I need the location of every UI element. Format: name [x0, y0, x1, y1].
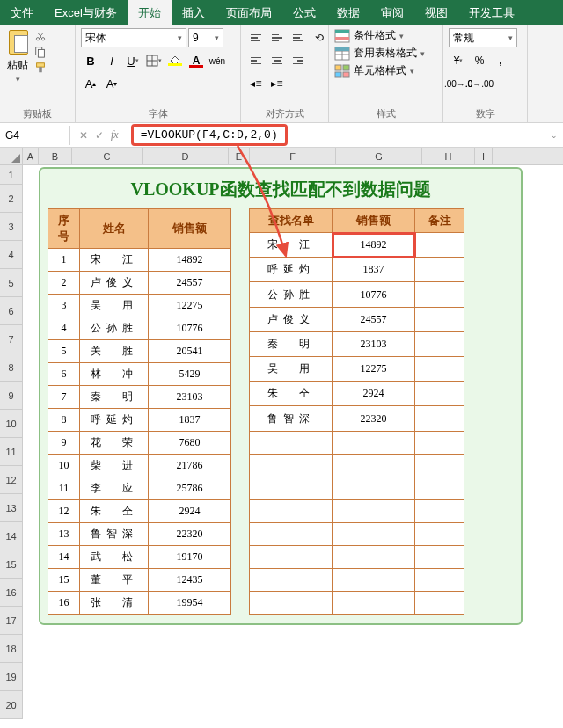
table-cell[interactable]: 16: [48, 592, 80, 615]
table-cell[interactable]: [415, 477, 464, 499]
col-header[interactable]: B: [39, 148, 72, 164]
row-header[interactable]: 8: [0, 353, 23, 382]
table-cell[interactable]: [415, 307, 464, 331]
row-header[interactable]: 7: [0, 325, 23, 353]
col-header[interactable]: G: [336, 148, 422, 164]
table-cell[interactable]: [250, 545, 333, 568]
table-cell[interactable]: [333, 454, 415, 477]
table-cell[interactable]: 5429: [149, 363, 231, 386]
table-cell[interactable]: [415, 431, 464, 454]
table-format-button[interactable]: 套用表格格式▾: [334, 46, 425, 61]
table-cell[interactable]: 2924: [149, 500, 231, 523]
table-cell[interactable]: 公孙胜: [250, 282, 333, 307]
table-cell[interactable]: 11: [48, 477, 80, 500]
table-cell[interactable]: 1837: [149, 409, 231, 432]
row-header[interactable]: 5: [0, 269, 23, 297]
percent-icon[interactable]: %: [470, 51, 489, 70]
table-cell[interactable]: 1: [48, 249, 80, 272]
conditional-format-button[interactable]: 条件格式▾: [334, 28, 425, 43]
row-header[interactable]: 6: [0, 297, 23, 325]
table-cell[interactable]: 14892: [149, 249, 231, 272]
increase-indent-icon[interactable]: ▸≡: [267, 74, 287, 93]
col-header[interactable]: E: [229, 148, 250, 164]
table-cell[interactable]: 朱 仝: [80, 500, 149, 523]
table-cell[interactable]: 10776: [333, 282, 415, 307]
table-cell[interactable]: 2924: [333, 382, 415, 406]
table-cell[interactable]: 23103: [333, 331, 415, 356]
table-cell[interactable]: 张 清: [80, 592, 149, 615]
col-header[interactable]: F: [250, 148, 336, 164]
table-cell[interactable]: 卢俊义: [250, 307, 333, 331]
table-cell[interactable]: 15: [48, 569, 80, 592]
table-cell[interactable]: 12275: [149, 295, 231, 317]
table-cell[interactable]: [333, 431, 415, 454]
table-cell[interactable]: [250, 431, 333, 454]
decrease-indent-icon[interactable]: ◂≡: [246, 74, 266, 93]
table-cell[interactable]: [415, 406, 464, 431]
decrease-decimal-icon[interactable]: .0→.00: [470, 74, 489, 93]
table-cell[interactable]: [415, 331, 464, 356]
table-cell[interactable]: [333, 522, 415, 545]
underline-button[interactable]: U▾: [123, 51, 143, 70]
align-left-icon[interactable]: [246, 51, 266, 70]
comma-icon[interactable]: ,: [491, 51, 510, 70]
table-cell[interactable]: 14: [48, 546, 80, 569]
currency-icon[interactable]: ¥▾: [449, 51, 468, 70]
phonetic-button[interactable]: wén: [208, 51, 227, 70]
col-header[interactable]: C: [72, 148, 143, 164]
align-top-icon[interactable]: [246, 28, 266, 47]
table-cell[interactable]: 24557: [333, 307, 415, 331]
cancel-formula-icon[interactable]: ✕: [79, 129, 88, 142]
table-cell[interactable]: 公孙胜: [80, 317, 149, 340]
row-header[interactable]: 17: [0, 607, 23, 635]
table-cell[interactable]: [333, 477, 415, 499]
tab-6[interactable]: 数据: [326, 0, 370, 25]
table-cell[interactable]: [415, 382, 464, 406]
row-header[interactable]: 18: [0, 635, 23, 663]
row-header[interactable]: 14: [0, 522, 23, 550]
table-cell[interactable]: 9: [48, 432, 80, 455]
italic-button[interactable]: I: [102, 51, 121, 70]
table-cell[interactable]: 19170: [149, 546, 231, 569]
table-cell[interactable]: 23103: [149, 386, 231, 409]
table-cell[interactable]: 花 荣: [80, 432, 149, 455]
row-header[interactable]: 10: [0, 410, 23, 438]
fx-icon[interactable]: fx: [111, 128, 119, 142]
increase-font-icon[interactable]: A▴: [81, 74, 100, 93]
name-box[interactable]: G4: [0, 126, 70, 145]
table-cell[interactable]: 10: [48, 455, 80, 477]
table-cell[interactable]: [415, 233, 464, 258]
table-cell[interactable]: 武 松: [80, 546, 149, 569]
table-cell[interactable]: [250, 477, 333, 499]
format-painter-icon[interactable]: [33, 62, 48, 74]
table-cell[interactable]: [333, 499, 415, 522]
table-cell[interactable]: 宋 江: [250, 233, 333, 258]
table-cell[interactable]: [415, 545, 464, 568]
table-cell[interactable]: 25786: [149, 477, 231, 500]
table-cell[interactable]: 5: [48, 340, 80, 363]
cut-icon[interactable]: [33, 32, 48, 42]
font-color-button[interactable]: A: [186, 51, 206, 70]
table-cell[interactable]: 关 胜: [80, 340, 149, 363]
formula-input[interactable]: =VLOOKUP(F4,C:D,2,0): [131, 124, 288, 146]
table-cell[interactable]: 吴 用: [250, 357, 333, 382]
font-name-select[interactable]: 宋体▾: [81, 28, 186, 47]
expand-formula-icon[interactable]: ⌄: [545, 131, 563, 140]
table-cell[interactable]: [415, 282, 464, 307]
table-cell[interactable]: 鲁智深: [250, 406, 333, 431]
tab-3[interactable]: 插入: [172, 0, 216, 25]
table-cell[interactable]: 6: [48, 363, 80, 386]
table-cell[interactable]: 14892: [333, 233, 415, 258]
tab-1[interactable]: Excel与财务: [44, 0, 128, 25]
orientation-icon[interactable]: ⟲: [310, 28, 329, 47]
table-cell[interactable]: 2: [48, 272, 80, 295]
row-header[interactable]: 15: [0, 550, 23, 579]
row-header[interactable]: 12: [0, 466, 23, 494]
table-cell[interactable]: 秦 明: [80, 386, 149, 409]
row-header[interactable]: 16: [0, 579, 23, 607]
table-cell[interactable]: 朱 仝: [250, 382, 333, 406]
align-right-icon[interactable]: [289, 51, 308, 70]
table-cell[interactable]: 12275: [333, 357, 415, 382]
table-cell[interactable]: [250, 591, 333, 614]
paste-button[interactable]: 粘贴 ▾: [5, 28, 30, 84]
